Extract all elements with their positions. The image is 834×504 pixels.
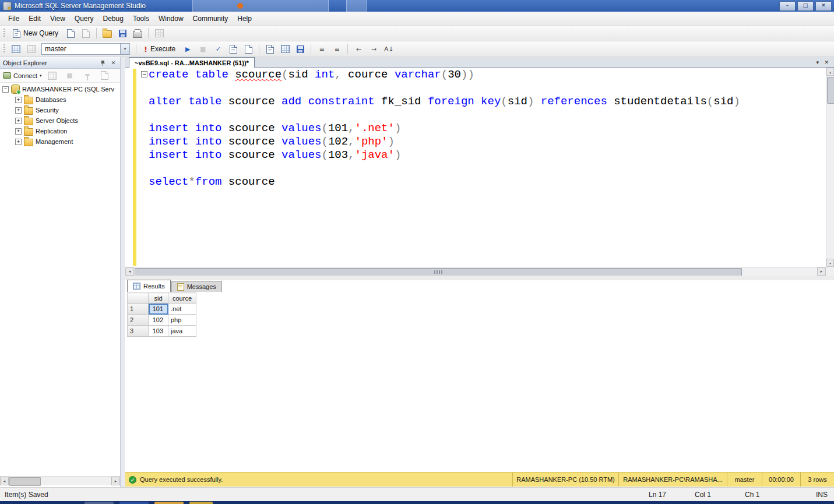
close-icon[interactable]: ✕: [110, 59, 117, 66]
server-icon: [11, 84, 20, 94]
menu-query[interactable]: Query: [70, 13, 98, 24]
sidebar-item-security[interactable]: +Security: [0, 105, 120, 115]
open-file-button[interactable]: [100, 27, 114, 40]
scroll-right-icon[interactable]: ▸: [111, 477, 120, 485]
taskbar-button[interactable]: [85, 502, 114, 504]
row-header-cell[interactable]: 1: [128, 304, 149, 315]
activity-monitor-button[interactable]: [152, 27, 166, 40]
print-button[interactable]: [131, 27, 145, 40]
connect-button[interactable]: Connect ▾: [3, 72, 42, 79]
toolbar-separator: [148, 28, 149, 38]
debug-button[interactable]: ▶: [181, 43, 195, 55]
scrollbar-thumb[interactable]: [135, 268, 742, 276]
grid-cell[interactable]: 102: [149, 315, 168, 326]
minimize-button[interactable]: –: [779, 1, 796, 11]
menu-tools[interactable]: Tools: [128, 13, 154, 24]
object-explorer-scrollbar[interactable]: ◂ ▸: [0, 476, 120, 485]
menu-file[interactable]: File: [3, 13, 24, 24]
connect-button-small[interactable]: [9, 43, 23, 55]
expand-icon[interactable]: +: [15, 118, 22, 124]
cancel-query-button[interactable]: ■: [196, 43, 210, 55]
change-connection-button[interactable]: [24, 43, 38, 55]
menu-window[interactable]: Window: [154, 13, 188, 24]
database-engine-query-button[interactable]: [64, 27, 78, 40]
sidebar-item-server-objects[interactable]: +Server Objects: [0, 115, 120, 126]
grid-cell[interactable]: .net: [168, 304, 196, 315]
scroll-right-icon[interactable]: ▸: [817, 267, 826, 276]
grid-cell[interactable]: java: [168, 326, 196, 337]
sidebar-item-replication[interactable]: +Replication: [0, 126, 120, 136]
expand-icon[interactable]: +: [15, 128, 22, 135]
collapse-icon[interactable]: −: [2, 86, 9, 93]
scrollbar-thumb[interactable]: [827, 77, 834, 104]
close-button[interactable]: ✕: [815, 1, 832, 11]
sql-editor[interactable]: − create table scource(sid int, cource v…: [125, 68, 826, 267]
refresh-button[interactable]: [98, 69, 112, 82]
document-tab[interactable]: ~vsBE9.sql - RA...MASHANKER (51))*: [129, 57, 255, 68]
sidebar-item-server[interactable]: − RAMASHANKER-PC (SQL Serv: [0, 84, 120, 94]
editor-horizontal-scrollbar[interactable]: ◂ ▸: [125, 267, 826, 276]
sidebar-item-management[interactable]: +Management: [0, 136, 120, 147]
editor-vertical-scrollbar[interactable]: ▴ ▾: [826, 68, 834, 267]
analysis-query-button[interactable]: [79, 27, 93, 40]
save-button[interactable]: [115, 27, 129, 40]
change-case-button[interactable]: A↓: [382, 43, 396, 55]
scroll-up-icon[interactable]: ▴: [826, 68, 834, 76]
grid-cell[interactable]: 101: [149, 304, 168, 315]
estimated-plan-button[interactable]: [226, 43, 240, 55]
chevron-down-icon[interactable]: ▾: [120, 44, 129, 54]
menu-view[interactable]: View: [45, 13, 70, 24]
column-header-cource[interactable]: cource: [168, 293, 196, 304]
tab-messages[interactable]: Messages: [171, 281, 222, 292]
menu-edit[interactable]: Edit: [24, 13, 45, 24]
collapse-region-icon[interactable]: −: [141, 71, 147, 77]
scroll-left-icon[interactable]: ◂: [0, 477, 9, 485]
scroll-down-icon[interactable]: ▾: [826, 259, 834, 267]
scroll-left-icon[interactable]: ◂: [125, 267, 134, 276]
toolbar-grip[interactable]: [3, 44, 5, 54]
background-window[interactable]: [346, 0, 367, 12]
pin-icon[interactable]: [99, 59, 107, 66]
menu-community[interactable]: Community: [188, 13, 233, 24]
results-to-grid-button[interactable]: [278, 43, 292, 55]
panel-splitter[interactable]: [121, 57, 125, 487]
expand-icon[interactable]: +: [15, 97, 22, 103]
filter-button[interactable]: [80, 69, 94, 82]
results-to-file-button[interactable]: [293, 43, 307, 55]
outdent-button[interactable]: ←: [351, 43, 365, 55]
expand-icon[interactable]: +: [15, 107, 22, 114]
active-files-dropdown-icon[interactable]: ▾: [816, 59, 819, 65]
row-header-cell[interactable]: 3: [128, 326, 149, 337]
taskbar[interactable]: [0, 501, 834, 504]
stop-button[interactable]: ■: [63, 69, 77, 82]
uncomment-button[interactable]: ≡: [330, 43, 344, 55]
taskbar-button[interactable]: [189, 502, 213, 504]
disconnect-button[interactable]: [45, 69, 59, 82]
comment-button[interactable]: ≡: [315, 43, 329, 55]
application-status-bar: Item(s) Saved Ln 17 Col 1 Ch 1 INS: [0, 487, 834, 501]
scrollbar-thumb[interactable]: [9, 477, 41, 486]
grid-corner-cell[interactable]: [128, 293, 149, 304]
tab-results[interactable]: Results: [127, 280, 171, 292]
grid-cell[interactable]: php: [168, 315, 196, 326]
grid-cell[interactable]: 103: [149, 326, 168, 337]
row-header-cell[interactable]: 2: [128, 315, 149, 326]
available-databases-combo[interactable]: master ▾: [41, 43, 130, 55]
parse-button[interactable]: ✓: [211, 43, 225, 55]
indent-button[interactable]: →: [367, 43, 381, 55]
background-window[interactable]: [192, 0, 329, 12]
toolbar-grip[interactable]: [3, 29, 5, 38]
sidebar-item-databases[interactable]: +Databases: [0, 94, 120, 105]
close-document-icon[interactable]: ✕: [824, 59, 829, 65]
maximize-button[interactable]: □: [797, 1, 814, 11]
menu-help[interactable]: Help: [233, 13, 256, 24]
taskbar-button[interactable]: [154, 502, 184, 504]
query-options-button[interactable]: [241, 43, 255, 55]
execute-button[interactable]: ! Execute: [140, 43, 180, 55]
column-header-sid[interactable]: sid: [149, 293, 168, 304]
results-to-text-button[interactable]: [263, 43, 277, 55]
expand-icon[interactable]: +: [15, 139, 22, 145]
taskbar-button[interactable]: [119, 502, 149, 504]
menu-debug[interactable]: Debug: [98, 13, 128, 24]
new-query-button[interactable]: New Query: [9, 27, 62, 40]
